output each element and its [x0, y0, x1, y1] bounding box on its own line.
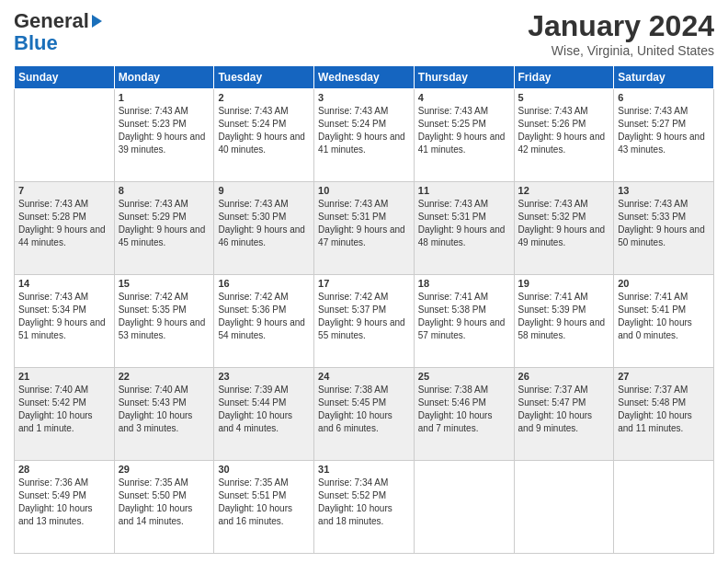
table-row: [15, 89, 115, 182]
cell-date: 10: [318, 185, 410, 196]
cell-date: 3: [318, 92, 410, 103]
cell-date: 30: [218, 464, 310, 475]
calendar-header-row: Sunday Monday Tuesday Wednesday Thursday…: [15, 66, 714, 89]
table-row: 17Sunrise: 7:42 AMSunset: 5:37 PMDayligh…: [314, 275, 415, 368]
table-row: [414, 461, 514, 554]
cell-info: Sunrise: 7:35 AMSunset: 5:51 PMDaylight:…: [218, 477, 310, 528]
cell-date: 24: [318, 371, 410, 382]
cell-info: Sunrise: 7:43 AMSunset: 5:29 PMDaylight:…: [119, 198, 210, 249]
cell-info: Sunrise: 7:43 AMSunset: 5:25 PMDaylight:…: [418, 105, 510, 156]
logo-line: General: [14, 9, 102, 33]
table-row: 29Sunrise: 7:35 AMSunset: 5:50 PMDayligh…: [114, 461, 214, 554]
cell-date: 16: [218, 278, 310, 289]
table-row: 23Sunrise: 7:39 AMSunset: 5:44 PMDayligh…: [214, 368, 314, 461]
cell-info: Sunrise: 7:42 AMSunset: 5:35 PMDaylight:…: [119, 291, 210, 342]
table-row: 3Sunrise: 7:43 AMSunset: 5:24 PMDaylight…: [314, 89, 415, 182]
cell-info: Sunrise: 7:38 AMSunset: 5:46 PMDaylight:…: [418, 384, 510, 435]
table-row: 26Sunrise: 7:37 AMSunset: 5:47 PMDayligh…: [514, 368, 614, 461]
cell-info: Sunrise: 7:40 AMSunset: 5:43 PMDaylight:…: [119, 384, 210, 435]
cell-date: 8: [119, 185, 210, 196]
col-tuesday: Tuesday: [214, 66, 314, 89]
table-row: 8Sunrise: 7:43 AMSunset: 5:29 PMDaylight…: [114, 182, 214, 275]
table-row: 28Sunrise: 7:36 AMSunset: 5:49 PMDayligh…: [15, 461, 115, 554]
logo-arrow-icon: [92, 15, 102, 28]
calendar-week-row: 14Sunrise: 7:43 AMSunset: 5:34 PMDayligh…: [15, 275, 714, 368]
calendar-week-row: 7Sunrise: 7:43 AMSunset: 5:28 PMDaylight…: [15, 182, 714, 275]
cell-date: 27: [618, 371, 710, 382]
cell-date: 4: [418, 92, 510, 103]
cell-date: 9: [218, 185, 310, 196]
cell-date: 14: [18, 278, 110, 289]
table-row: [614, 461, 714, 554]
cell-date: 6: [618, 92, 710, 103]
table-row: 6Sunrise: 7:43 AMSunset: 5:27 PMDaylight…: [614, 89, 714, 182]
table-row: 15Sunrise: 7:42 AMSunset: 5:35 PMDayligh…: [114, 275, 214, 368]
col-monday: Monday: [114, 66, 214, 89]
cell-date: 11: [418, 185, 510, 196]
table-row: 18Sunrise: 7:41 AMSunset: 5:38 PMDayligh…: [414, 275, 514, 368]
header: General Blue January 2024 Wise, Virginia…: [14, 9, 714, 58]
logo-blue: Blue: [14, 33, 58, 53]
cell-info: Sunrise: 7:43 AMSunset: 5:31 PMDaylight:…: [318, 198, 410, 249]
cell-info: Sunrise: 7:38 AMSunset: 5:45 PMDaylight:…: [318, 384, 410, 435]
cell-info: Sunrise: 7:35 AMSunset: 5:50 PMDaylight:…: [119, 477, 210, 528]
cell-info: Sunrise: 7:34 AMSunset: 5:52 PMDaylight:…: [318, 477, 410, 528]
cell-date: 5: [518, 92, 610, 103]
cell-info: Sunrise: 7:41 AMSunset: 5:41 PMDaylight:…: [618, 291, 710, 342]
table-row: 27Sunrise: 7:37 AMSunset: 5:48 PMDayligh…: [614, 368, 714, 461]
title-block: January 2024 Wise, Virginia, United Stat…: [528, 9, 714, 58]
cell-date: 12: [518, 185, 610, 196]
cell-date: 19: [518, 278, 610, 289]
table-row: 1Sunrise: 7:43 AMSunset: 5:23 PMDaylight…: [114, 89, 214, 182]
cell-date: 26: [518, 371, 610, 382]
table-row: 31Sunrise: 7:34 AMSunset: 5:52 PMDayligh…: [314, 461, 415, 554]
table-row: 11Sunrise: 7:43 AMSunset: 5:31 PMDayligh…: [414, 182, 514, 275]
page-subtitle: Wise, Virginia, United States: [528, 43, 714, 58]
cell-info: Sunrise: 7:43 AMSunset: 5:26 PMDaylight:…: [518, 105, 610, 156]
cell-info: Sunrise: 7:43 AMSunset: 5:32 PMDaylight:…: [518, 198, 610, 249]
cell-info: Sunrise: 7:43 AMSunset: 5:27 PMDaylight:…: [618, 105, 710, 156]
table-row: [514, 461, 614, 554]
table-row: 19Sunrise: 7:41 AMSunset: 5:39 PMDayligh…: [514, 275, 614, 368]
cell-date: 23: [218, 371, 310, 382]
table-row: 4Sunrise: 7:43 AMSunset: 5:25 PMDaylight…: [414, 89, 514, 182]
cell-info: Sunrise: 7:43 AMSunset: 5:30 PMDaylight:…: [218, 198, 310, 249]
calendar-week-row: 21Sunrise: 7:40 AMSunset: 5:42 PMDayligh…: [15, 368, 714, 461]
cell-info: Sunrise: 7:39 AMSunset: 5:44 PMDaylight:…: [218, 384, 310, 435]
cell-date: 2: [218, 92, 310, 103]
cell-date: 31: [318, 464, 410, 475]
cell-date: 7: [18, 185, 110, 196]
cell-info: Sunrise: 7:37 AMSunset: 5:47 PMDaylight:…: [518, 384, 610, 435]
cell-date: 29: [119, 464, 210, 475]
cell-info: Sunrise: 7:42 AMSunset: 5:37 PMDaylight:…: [318, 291, 410, 342]
cell-info: Sunrise: 7:41 AMSunset: 5:39 PMDaylight:…: [518, 291, 610, 342]
cell-info: Sunrise: 7:43 AMSunset: 5:23 PMDaylight:…: [119, 105, 210, 156]
table-row: 21Sunrise: 7:40 AMSunset: 5:42 PMDayligh…: [15, 368, 115, 461]
calendar-table: Sunday Monday Tuesday Wednesday Thursday…: [14, 65, 714, 554]
cell-date: 13: [618, 185, 710, 196]
table-row: 14Sunrise: 7:43 AMSunset: 5:34 PMDayligh…: [15, 275, 115, 368]
col-friday: Friday: [514, 66, 614, 89]
table-row: 5Sunrise: 7:43 AMSunset: 5:26 PMDaylight…: [514, 89, 614, 182]
page: General Blue January 2024 Wise, Virginia…: [0, 0, 728, 563]
cell-date: 21: [18, 371, 110, 382]
cell-date: 17: [318, 278, 410, 289]
table-row: 30Sunrise: 7:35 AMSunset: 5:51 PMDayligh…: [214, 461, 314, 554]
table-row: 13Sunrise: 7:43 AMSunset: 5:33 PMDayligh…: [614, 182, 714, 275]
cell-info: Sunrise: 7:41 AMSunset: 5:38 PMDaylight:…: [418, 291, 510, 342]
table-row: 22Sunrise: 7:40 AMSunset: 5:43 PMDayligh…: [114, 368, 214, 461]
cell-date: 25: [418, 371, 510, 382]
table-row: 7Sunrise: 7:43 AMSunset: 5:28 PMDaylight…: [15, 182, 115, 275]
table-row: 2Sunrise: 7:43 AMSunset: 5:24 PMDaylight…: [214, 89, 314, 182]
calendar-week-row: 1Sunrise: 7:43 AMSunset: 5:23 PMDaylight…: [15, 89, 714, 182]
cell-info: Sunrise: 7:43 AMSunset: 5:33 PMDaylight:…: [618, 198, 710, 249]
logo-general: General: [14, 9, 89, 33]
table-row: 9Sunrise: 7:43 AMSunset: 5:30 PMDaylight…: [214, 182, 314, 275]
cell-info: Sunrise: 7:43 AMSunset: 5:31 PMDaylight:…: [418, 198, 510, 249]
col-saturday: Saturday: [614, 66, 714, 89]
cell-info: Sunrise: 7:36 AMSunset: 5:49 PMDaylight:…: [18, 477, 110, 528]
calendar-week-row: 28Sunrise: 7:36 AMSunset: 5:49 PMDayligh…: [15, 461, 714, 554]
cell-info: Sunrise: 7:37 AMSunset: 5:48 PMDaylight:…: [618, 384, 710, 435]
table-row: 10Sunrise: 7:43 AMSunset: 5:31 PMDayligh…: [314, 182, 415, 275]
cell-date: 15: [119, 278, 210, 289]
